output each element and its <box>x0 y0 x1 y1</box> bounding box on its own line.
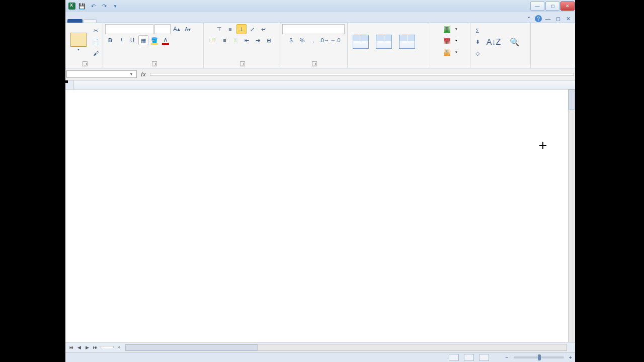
autosum-icon[interactable]: Σ <box>472 26 482 36</box>
clipboard-launcher-icon[interactable] <box>83 61 88 66</box>
tab-review[interactable] <box>149 19 162 23</box>
vertical-scrollbar[interactable] <box>568 89 575 342</box>
align-bottom-icon[interactable]: ⊥ <box>236 24 247 34</box>
underline-button[interactable]: U <box>127 35 137 45</box>
increase-font-icon[interactable]: A▴ <box>172 24 182 34</box>
sheet-nav-next-icon[interactable]: ▶ <box>84 344 91 351</box>
tab-acrobat[interactable] <box>188 19 201 23</box>
paste-button[interactable]: ▼ <box>67 26 90 59</box>
zoom-slider[interactable] <box>514 356 564 358</box>
hscroll-thumb[interactable] <box>125 344 258 350</box>
orientation-icon[interactable]: ⤢ <box>248 24 258 34</box>
zoom-in-icon[interactable]: + <box>569 354 572 360</box>
excel-icon <box>68 3 75 10</box>
format-as-table-button[interactable] <box>373 26 395 59</box>
align-left-icon[interactable]: ≣ <box>209 35 219 45</box>
group-clipboard: ▼ ✂ 📄 🖌 <box>65 23 103 68</box>
workbook-restore-icon[interactable]: ◻ <box>554 15 562 23</box>
select-all-corner[interactable] <box>65 80 73 89</box>
find-select-button[interactable]: 🔍 <box>505 26 525 59</box>
increase-decimal-icon[interactable]: .0→ <box>319 35 330 45</box>
borders-icon[interactable]: ▦ <box>138 35 148 45</box>
cut-icon[interactable]: ✂ <box>91 26 101 36</box>
decrease-decimal-icon[interactable]: ←.0 <box>331 35 341 45</box>
sheet-nav-last-icon[interactable]: ⏭ <box>92 344 99 351</box>
align-right-icon[interactable]: ≣ <box>231 35 241 45</box>
tab-home[interactable] <box>84 19 97 23</box>
grid-rows <box>65 89 575 342</box>
sheet-nav-first-icon[interactable]: ⏮ <box>67 344 74 351</box>
redo-icon[interactable]: ↷ <box>100 2 109 11</box>
close-button[interactable]: ✕ <box>560 2 575 11</box>
conditional-formatting-button[interactable] <box>350 26 372 59</box>
comma-icon[interactable]: , <box>308 35 318 45</box>
column-headers[interactable] <box>65 80 575 89</box>
zoom-out-icon[interactable]: − <box>505 354 508 360</box>
page-break-view-icon[interactable] <box>479 354 489 361</box>
decrease-indent-icon[interactable]: ⇤ <box>242 35 252 45</box>
name-box[interactable]: ▼ <box>66 70 137 78</box>
sort-icon: A↓Z <box>487 38 501 47</box>
sheet-nav-prev-icon[interactable]: ◀ <box>75 344 83 351</box>
percent-icon[interactable]: % <box>297 35 307 45</box>
wrap-text-icon[interactable]: ↩ <box>259 24 269 34</box>
fill-color-icon[interactable]: 🪣 <box>149 35 159 45</box>
tab-formulas[interactable] <box>123 19 136 23</box>
workbook-close-icon[interactable]: ✕ <box>564 15 572 23</box>
number-launcher-icon[interactable] <box>312 61 317 66</box>
maximize-button[interactable]: ◻ <box>545 2 559 11</box>
increase-indent-icon[interactable]: ⇥ <box>253 35 263 45</box>
tab-file[interactable] <box>67 19 83 23</box>
page-layout-view-icon[interactable] <box>464 354 474 361</box>
accounting-icon[interactable]: $ <box>286 35 296 45</box>
merge-center-icon[interactable]: ⊞ <box>264 35 274 45</box>
new-sheet-icon[interactable]: ✧ <box>116 344 123 351</box>
cell-styles-icon <box>399 35 415 49</box>
font-name-combo[interactable] <box>105 24 153 34</box>
tab-insert[interactable] <box>97 19 110 23</box>
delete-cells-button[interactable]: ▦▾ <box>443 36 457 45</box>
minimize-button[interactable]: — <box>530 2 544 11</box>
format-painter-icon[interactable]: 🖌 <box>91 48 101 58</box>
clear-icon[interactable]: ◇ <box>472 49 482 59</box>
align-center-icon[interactable]: ≡ <box>220 35 230 45</box>
paste-icon <box>70 33 87 47</box>
formula-input[interactable] <box>150 73 574 76</box>
insert-function-icon[interactable]: fx <box>138 71 149 78</box>
save-icon[interactable]: 💾 <box>77 2 87 11</box>
normal-view-icon[interactable] <box>449 354 459 361</box>
namebox-dropdown-icon[interactable]: ▼ <box>129 72 133 76</box>
bold-button[interactable]: B <box>105 35 115 45</box>
workbook-minimize-icon[interactable]: — <box>544 15 552 23</box>
worksheet-grid[interactable] <box>65 80 575 342</box>
minimize-ribbon-icon[interactable]: ⌃ <box>525 15 533 23</box>
sheet-tab-bar: ⏮ ◀ ▶ ⏭ ✧ <box>65 342 575 352</box>
tab-view[interactable] <box>162 19 175 23</box>
italic-button[interactable]: I <box>116 35 126 45</box>
insert-cells-button[interactable]: ▦▾ <box>443 24 457 34</box>
font-color-icon[interactable]: A <box>160 35 171 45</box>
copy-icon[interactable]: 📄 <box>91 37 101 47</box>
font-size-combo[interactable] <box>154 24 171 34</box>
format-cells-button[interactable]: ▦▾ <box>443 47 457 57</box>
tab-addins[interactable] <box>175 19 188 23</box>
vscroll-thumb[interactable] <box>569 89 575 110</box>
tab-pagelayout[interactable] <box>110 19 123 23</box>
number-format-combo[interactable] <box>282 24 345 34</box>
sheet-tab-data[interactable] <box>101 346 114 348</box>
alignment-launcher-icon[interactable] <box>240 61 245 66</box>
cell-styles-button[interactable] <box>396 26 418 59</box>
sort-filter-button[interactable]: A↓Z <box>484 26 504 59</box>
tab-data[interactable] <box>136 19 149 23</box>
horizontal-scrollbar[interactable] <box>125 344 567 351</box>
font-launcher-icon[interactable] <box>152 61 157 66</box>
decrease-font-icon[interactable]: A▾ <box>183 24 193 34</box>
undo-icon[interactable]: ↶ <box>89 2 98 11</box>
qat-customize-icon[interactable]: ▼ <box>111 2 120 11</box>
help-icon[interactable]: ? <box>535 15 542 22</box>
zoom-slider-knob[interactable] <box>538 354 541 360</box>
fill-icon[interactable]: ⬇ <box>472 37 482 47</box>
align-middle-icon[interactable]: ≡ <box>225 24 235 34</box>
align-top-icon[interactable]: ⊤ <box>214 24 224 34</box>
group-styles <box>348 23 430 68</box>
